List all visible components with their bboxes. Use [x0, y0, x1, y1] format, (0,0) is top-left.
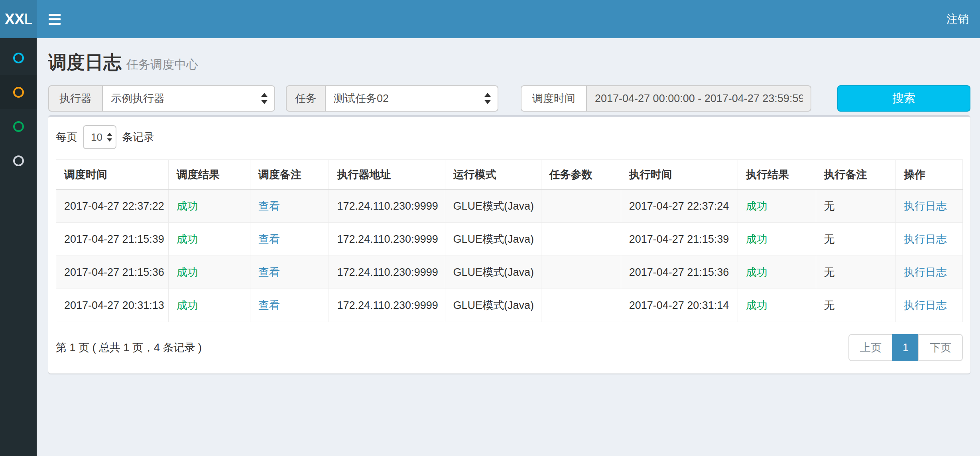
trigger-time-filter: 调度时间	[521, 85, 811, 112]
cell-handle_time: 2017-04-27 21:15:36	[621, 256, 738, 289]
cell-handle_msg: 无	[816, 223, 895, 256]
sidebar-menu	[0, 38, 37, 456]
log-panel: 每页 10 条记录 调度时间调度结果调度备注执行器地址运行模式任务参数执行时间执…	[48, 115, 970, 373]
cell-handle_msg: 无	[816, 256, 895, 289]
cell-handle_result: 成功	[738, 223, 816, 256]
trigger_msg-link[interactable]: 查看	[258, 200, 280, 212]
cell-executor_address: 172.24.110.230:9999	[329, 223, 445, 256]
trigger-time-range-input[interactable]	[586, 85, 811, 112]
sidebar-item-3[interactable]	[0, 109, 37, 143]
col-header-handle_msg: 执行备注	[816, 160, 895, 190]
cell-trigger_result: 成功	[168, 256, 250, 289]
page-size-prefix: 每页	[56, 130, 77, 144]
action-link[interactable]: 执行日志	[904, 200, 947, 212]
sidebar-item-2[interactable]	[0, 75, 37, 109]
cell-handle_result: 成功	[738, 256, 816, 289]
action-link[interactable]: 执行日志	[904, 299, 947, 311]
page-size-suffix: 条记录	[122, 130, 154, 144]
job-filter: 任务 测试任务02	[286, 85, 498, 112]
search-button[interactable]: 搜索	[837, 85, 970, 112]
trigger-time-filter-label: 调度时间	[521, 85, 586, 112]
cell-handle_time: 2017-04-27 22:37:24	[621, 190, 738, 223]
table-row: 2017-04-27 21:15:36成功查看172.24.110.230:99…	[56, 256, 963, 289]
log-table: 调度时间调度结果调度备注执行器地址运行模式任务参数执行时间执行结果执行备注操作 …	[56, 159, 963, 322]
col-header-handle_result: 执行结果	[738, 160, 816, 190]
app-logo-text: XX	[5, 11, 24, 28]
sidebar-item-1[interactable]	[0, 41, 37, 75]
col-header-job_param: 任务参数	[541, 160, 621, 190]
page-title: 调度日志	[48, 52, 122, 73]
logout-button[interactable]: 注销	[935, 0, 980, 38]
table-header-row: 调度时间调度结果调度备注执行器地址运行模式任务参数执行时间执行结果执行备注操作	[56, 160, 963, 190]
col-header-trigger_result: 调度结果	[168, 160, 250, 190]
page-size-select[interactable]: 10	[83, 125, 116, 149]
sidebar-item-4[interactable]	[0, 143, 37, 178]
col-header-trigger_msg: 调度备注	[250, 160, 329, 190]
trigger_msg-link[interactable]: 查看	[258, 299, 280, 311]
action-link[interactable]: 执行日志	[904, 266, 947, 278]
table-row: 2017-04-27 22:37:22成功查看172.24.110.230:99…	[56, 190, 963, 223]
pager-row: 第 1 页 ( 总共 1 页，4 条记录 ) 上页 1 下页	[48, 322, 970, 373]
executor-filter: 执行器 示例执行器	[48, 85, 275, 112]
cell-handle_time: 2017-04-27 20:31:14	[621, 289, 738, 322]
page-size-row: 每页 10 条记录	[48, 117, 970, 159]
circle-icon	[13, 87, 24, 98]
cell-trigger_result: 成功	[168, 289, 250, 322]
col-header-trigger_time: 调度时间	[56, 160, 169, 190]
cell-trigger_time: 2017-04-27 21:15:36	[56, 256, 169, 289]
cell-trigger_msg: 查看	[250, 289, 329, 322]
cell-trigger_msg: 查看	[250, 190, 329, 223]
trigger_msg-link[interactable]: 查看	[258, 266, 280, 278]
circle-icon	[13, 155, 24, 166]
navbar-spacer	[73, 0, 935, 38]
top-navbar: XXL 注销	[0, 0, 980, 38]
col-header-handle_time: 执行时间	[621, 160, 738, 190]
app-logo[interactable]: XXL	[0, 0, 37, 38]
next-page-button[interactable]: 下页	[918, 334, 963, 361]
col-header-glue_type: 运行模式	[445, 160, 541, 190]
cell-handle_result: 成功	[738, 289, 816, 322]
main-content: 调度日志任务调度中心 执行器 示例执行器 任务 测试任务02	[37, 38, 980, 456]
cell-handle_time: 2017-04-27 21:15:39	[621, 223, 738, 256]
cell-glue_type: GLUE模式(Java)	[445, 289, 541, 322]
pagination-controls: 上页 1 下页	[848, 334, 963, 361]
trigger_msg-link[interactable]: 查看	[258, 233, 280, 245]
cell-job_param	[541, 256, 621, 289]
cell-trigger_time: 2017-04-27 20:31:13	[56, 289, 169, 322]
cell-executor_address: 172.24.110.230:9999	[329, 289, 445, 322]
executor-filter-label: 执行器	[48, 85, 102, 112]
cell-trigger_result: 成功	[168, 190, 250, 223]
log-table-body: 2017-04-27 22:37:22成功查看172.24.110.230:99…	[56, 190, 963, 322]
cell-glue_type: GLUE模式(Java)	[445, 190, 541, 223]
page-1-button[interactable]: 1	[892, 334, 919, 361]
executor-select[interactable]: 示例执行器	[102, 85, 275, 112]
cell-handle_msg: 无	[816, 190, 895, 223]
page-subtitle: 任务调度中心	[126, 58, 198, 71]
table-row: 2017-04-27 20:31:13成功查看172.24.110.230:99…	[56, 289, 963, 322]
circle-icon	[13, 121, 24, 132]
cell-executor_address: 172.24.110.230:9999	[329, 256, 445, 289]
col-header-executor_address: 执行器地址	[329, 160, 445, 190]
action-link[interactable]: 执行日志	[904, 233, 947, 245]
cell-trigger_result: 成功	[168, 223, 250, 256]
cell-handle_msg: 无	[816, 289, 895, 322]
cell-action: 执行日志	[895, 289, 962, 322]
cell-action: 执行日志	[895, 256, 962, 289]
pagination-info: 第 1 页 ( 总共 1 页，4 条记录 )	[56, 340, 202, 355]
prev-page-button[interactable]: 上页	[848, 334, 893, 361]
job-select[interactable]: 测试任务02	[325, 85, 498, 112]
cell-job_param	[541, 223, 621, 256]
cell-trigger_msg: 查看	[250, 223, 329, 256]
cell-executor_address: 172.24.110.230:9999	[329, 190, 445, 223]
cell-job_param	[541, 289, 621, 322]
cell-handle_result: 成功	[738, 190, 816, 223]
cell-trigger_time: 2017-04-27 22:37:22	[56, 190, 169, 223]
cell-trigger_msg: 查看	[250, 256, 329, 289]
cell-action: 执行日志	[895, 190, 962, 223]
circle-icon	[13, 53, 24, 63]
table-row: 2017-04-27 21:15:39成功查看172.24.110.230:99…	[56, 223, 963, 256]
cell-glue_type: GLUE模式(Java)	[445, 256, 541, 289]
job-filter-label: 任务	[286, 85, 325, 112]
sidebar-toggle-button[interactable]	[37, 0, 73, 38]
log-table-wrap: 调度时间调度结果调度备注执行器地址运行模式任务参数执行时间执行结果执行备注操作 …	[48, 159, 970, 322]
